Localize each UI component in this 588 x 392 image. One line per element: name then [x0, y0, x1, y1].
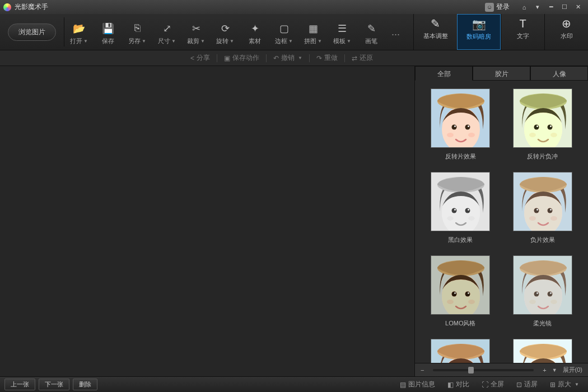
- tool-icon: ▢: [269, 22, 298, 35]
- tool-模板[interactable]: ☰模板▼: [328, 19, 357, 45]
- effect-item-7[interactable]: [508, 339, 577, 363]
- tool-icon: ⤢: [152, 22, 181, 35]
- effect-label: 黑白效果: [426, 236, 495, 244]
- original-icon: ⊞: [550, 381, 556, 389]
- filter-tab-全部[interactable]: 全部: [415, 66, 473, 81]
- zoom-slider-knob[interactable]: [468, 367, 474, 374]
- info-icon: ▤: [400, 381, 406, 389]
- fit-icon: ⊡: [516, 381, 522, 389]
- tool-尺寸[interactable]: ⤢尺寸▼: [152, 19, 181, 45]
- next-button[interactable]: 下一张: [39, 379, 69, 390]
- effect-label: LOMO风格: [426, 319, 495, 328]
- restore-button[interactable]: ⇄还原: [346, 53, 379, 63]
- share-button[interactable]: <分享: [185, 53, 216, 63]
- zoom-plus[interactable]: +: [543, 367, 546, 374]
- tool-裁剪[interactable]: ✂裁剪▼: [181, 19, 211, 45]
- effect-LOMO风格[interactable]: LOMO风格: [426, 255, 495, 328]
- effect-柔光镜[interactable]: 柔光镜: [508, 255, 577, 328]
- maximize-button[interactable]: ☐: [558, 2, 571, 12]
- redo-button[interactable]: ↷重做: [311, 53, 343, 63]
- panel-tab-基本调整[interactable]: ✎基本调整: [413, 14, 457, 50]
- titlebar: 光影魔术手 ☺ 登录 ⌂ ▾ ━ ☐ ✕: [0, 0, 588, 14]
- effect-label: 负片效果: [508, 236, 577, 244]
- tool-打开[interactable]: 📂打开▼: [64, 19, 94, 45]
- main-toolbar: 浏览图片 📂打开▼💾保存⎘另存▼⤢尺寸▼✂裁剪▼⟳旋转▼✦素材▢边框▼▦拼图▼☰…: [0, 14, 588, 50]
- panel-tab-文字[interactable]: T文字: [501, 14, 544, 50]
- zoom-slider[interactable]: [433, 369, 534, 371]
- fit-button[interactable]: ⊡适屏: [512, 380, 542, 389]
- panel-tab-icon: T: [501, 16, 544, 31]
- effects-panel: 全部胶片人像 反转片效果反转片负冲黑白效果负片效果LOMO风格柔光镜 − + ▼…: [414, 66, 588, 376]
- home-icon[interactable]: ⌂: [517, 2, 531, 12]
- undo-icon: ↶: [273, 54, 279, 62]
- status-bar: 上一张 下一张 删除 ▤图片信息 ◧对比 ⛶全屏 ⊡适屏 ⊞原大▼: [0, 376, 588, 392]
- redo-icon: ↷: [316, 54, 322, 62]
- login-avatar-icon[interactable]: ☺: [485, 3, 494, 12]
- tool-icon: 📂: [64, 22, 94, 35]
- prev-button[interactable]: 上一张: [4, 379, 35, 390]
- effect-负片效果[interactable]: 负片效果: [508, 172, 577, 244]
- effect-thumbnail: [431, 88, 490, 148]
- tool-画笔[interactable]: ✎画笔: [357, 19, 386, 45]
- share-icon: <: [190, 54, 194, 62]
- effect-反转片效果[interactable]: 反转片效果: [426, 88, 495, 161]
- tool-icon: 💾: [94, 22, 123, 35]
- effect-黑白效果[interactable]: 黑白效果: [426, 172, 495, 244]
- tool-icon: ⟳: [211, 22, 240, 35]
- chevron-down-icon[interactable]: ▼: [552, 367, 557, 373]
- expand-label[interactable]: 展开(0): [563, 366, 582, 374]
- tool-icon: ▦: [298, 22, 328, 35]
- canvas-area[interactable]: [0, 66, 414, 376]
- effect-label: 反转片效果: [426, 152, 495, 161]
- effect-item-6[interactable]: [426, 339, 495, 363]
- delete-button[interactable]: 删除: [73, 379, 97, 390]
- effect-thumbnail: [513, 172, 572, 231]
- fullscreen-button[interactable]: ⛶全屏: [477, 380, 508, 389]
- effect-反转片负冲[interactable]: 反转片负冲: [508, 88, 577, 161]
- effect-thumbnail: [431, 255, 490, 315]
- panel-tab-水印[interactable]: ⊕水印: [544, 14, 588, 50]
- tool-边框[interactable]: ▢边框▼: [269, 19, 298, 45]
- browse-button[interactable]: 浏览图片: [8, 24, 56, 41]
- compare-icon: ◧: [447, 381, 454, 389]
- effect-thumbnail: [431, 172, 490, 231]
- original-size-button[interactable]: ⊞原大▼: [545, 380, 584, 389]
- effect-thumbnail: [513, 339, 572, 363]
- close-button[interactable]: ✕: [571, 2, 585, 12]
- save-action-button[interactable]: ▣保存动作: [218, 53, 265, 63]
- fullscreen-icon: ⛶: [482, 381, 488, 389]
- image-info-button[interactable]: ▤图片信息: [395, 380, 440, 389]
- tool-旋转[interactable]: ⟳旋转▼: [211, 19, 240, 45]
- undo-button[interactable]: ↶撤销▼: [268, 53, 308, 63]
- panel-tab-icon: ✎: [414, 16, 457, 31]
- minimize-button[interactable]: ━: [544, 2, 558, 12]
- app-title: 光影魔术手: [15, 2, 48, 12]
- filter-tab-胶片[interactable]: 胶片: [473, 66, 530, 81]
- panel-tab-icon: 📷: [458, 17, 500, 31]
- effect-thumbnail: [513, 88, 572, 148]
- login-label[interactable]: 登录: [496, 2, 510, 12]
- tool-icon: ☰: [328, 22, 357, 35]
- effect-label: 反转片负冲: [508, 152, 577, 161]
- compare-button[interactable]: ◧对比: [443, 380, 474, 389]
- effects-scroll[interactable]: 反转片效果反转片负冲黑白效果负片效果LOMO风格柔光镜: [415, 81, 588, 363]
- tool-icon: ✎: [357, 22, 386, 35]
- tool-icon: ⎘: [123, 22, 152, 35]
- effect-label: 柔光镜: [508, 319, 577, 328]
- panel-tab-icon: ⊕: [545, 16, 588, 31]
- more-tools-button[interactable]: ...: [386, 26, 405, 38]
- effect-thumbnail: [513, 255, 572, 315]
- tool-拼图[interactable]: ▦拼图▼: [298, 19, 328, 45]
- tool-保存[interactable]: 💾保存: [94, 19, 123, 45]
- zoom-minus[interactable]: −: [421, 367, 424, 374]
- tool-素材[interactable]: ✦素材: [240, 19, 269, 45]
- filter-tab-人像[interactable]: 人像: [530, 66, 588, 81]
- tool-另存[interactable]: ⎘另存▼: [123, 19, 152, 45]
- expand-bar: − + ▼ 展开(0): [415, 363, 588, 376]
- panel-tab-数码暗房[interactable]: 📷数码暗房: [457, 14, 501, 50]
- tool-icon: ✦: [240, 22, 269, 35]
- tool-icon: ✂: [181, 22, 211, 35]
- save-action-icon: ▣: [224, 54, 230, 62]
- restore-icon: ⇄: [352, 54, 357, 62]
- settings-caret-icon[interactable]: ▾: [531, 2, 544, 12]
